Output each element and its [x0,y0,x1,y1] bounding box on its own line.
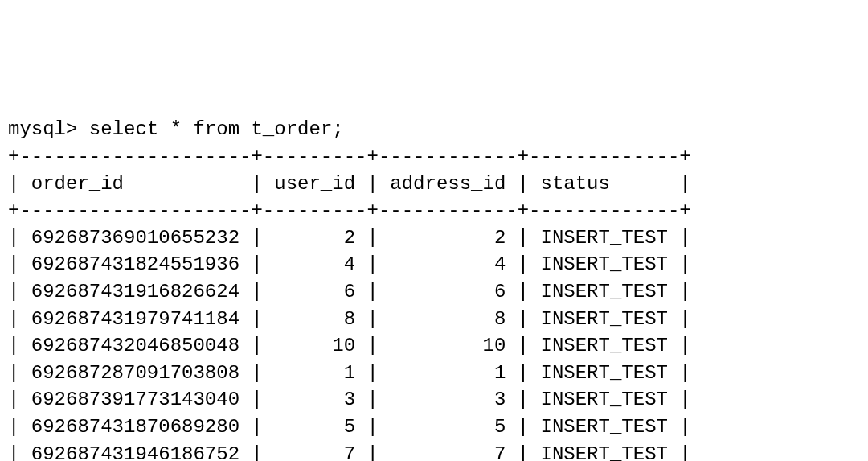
table-row: | 692687287091703808 | 1 | 1 | INSERT_TE… [8,362,691,384]
table-row: | 692687369010655232 | 2 | 2 | INSERT_TE… [8,227,691,249]
table-row: | 692687431946186752 | 7 | 7 | INSERT_TE… [8,443,691,462]
table-row: | 692687431979741184 | 8 | 8 | INSERT_TE… [8,308,691,330]
table-border-mid: +--------------------+---------+--------… [8,200,691,221]
mysql-prompt: mysql> [8,118,89,140]
sql-query: select * from t_order; [89,118,344,140]
table-row: | 692687432046850048 | 10 | 10 | INSERT_… [8,335,691,356]
table-row: | 692687431916826624 | 6 | 6 | INSERT_TE… [8,281,691,303]
mysql-terminal[interactable]: mysql> select * from t_order; +---------… [8,116,860,461]
table-row: | 692687391773143040 | 3 | 3 | INSERT_TE… [8,389,691,410]
table-header: | order_id | user_id | address_id | stat… [8,173,691,195]
table-row: | 692687431824551936 | 4 | 4 | INSERT_TE… [8,253,691,275]
table-border-top: +--------------------+---------+--------… [8,146,691,167]
table-row: | 692687431870689280 | 5 | 5 | INSERT_TE… [8,416,691,438]
